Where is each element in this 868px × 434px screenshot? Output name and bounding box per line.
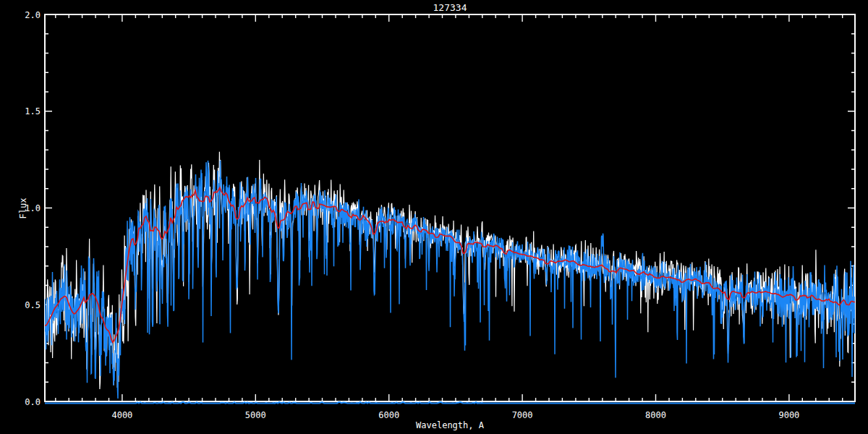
error-spectrum-line [45, 402, 855, 404]
plot-box [45, 14, 855, 401]
y-tick-label: 2.0 [25, 10, 41, 20]
x-axis-label: Wavelength, A [416, 420, 485, 430]
overlays [45, 402, 855, 404]
plot-title: 127334 [433, 2, 467, 13]
y-tick-label: 0.5 [25, 300, 41, 310]
spectrum-chart: 4000500060007000800090000.00.51.01.52.0 … [0, 0, 868, 434]
x-tick-label: 7000 [512, 410, 533, 420]
x-tick-label: 6000 [378, 410, 399, 420]
y-tick-label: 0.0 [25, 397, 41, 407]
x-tick-label: 5000 [245, 410, 266, 420]
axes: 4000500060007000800090000.00.51.01.52.0 [25, 10, 855, 421]
y-axis-label: Flux [18, 198, 28, 219]
x-tick-label: 9000 [778, 410, 799, 420]
spectra-series [45, 152, 855, 399]
y-tick-label: 1.5 [25, 106, 41, 116]
spectrum-figure: 4000500060007000800090000.00.51.01.52.0 … [0, 0, 868, 434]
x-tick-label: 4000 [111, 410, 132, 420]
tick-marks [45, 14, 855, 401]
observed-spectrum-blue [45, 161, 855, 399]
x-tick-label: 8000 [645, 410, 666, 420]
